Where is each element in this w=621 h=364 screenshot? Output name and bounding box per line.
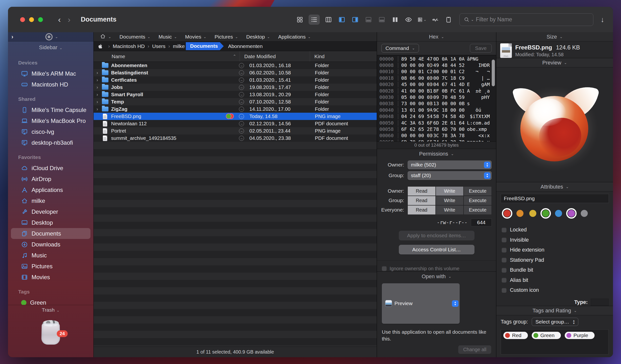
goto-arrow-icon[interactable]: → — [239, 78, 244, 83]
owner-execute-toggle[interactable]: Execute — [464, 186, 492, 196]
green-swatch[interactable] — [542, 210, 549, 217]
sidebar-item-pictures[interactable]: Pictures — [11, 261, 90, 272]
clipboard-button[interactable] — [444, 15, 453, 24]
tags-group-select[interactable]: Select group…▴▾ — [532, 318, 578, 326]
group-read-toggle[interactable]: Read — [408, 196, 436, 205]
drop-stack-toggle[interactable] — [377, 15, 386, 24]
sidebar-item-cisco-lvg[interactable]: cisco-lvg — [11, 126, 90, 137]
sidebar-item-music[interactable]: Music — [11, 250, 90, 261]
preview-header[interactable]: Preview⌄ — [496, 58, 613, 67]
stationery-pad-checkbox[interactable] — [502, 258, 506, 262]
left-panel-toggle[interactable] — [337, 15, 346, 24]
group-dropdown[interactable]: staff (20)▲▼ — [408, 171, 492, 180]
sidebar-expand-chevron[interactable]: › — [11, 33, 13, 40]
goto-arrow-icon[interactable]: → — [239, 92, 244, 97]
goto-arrow-icon[interactable]: → — [239, 63, 244, 68]
yellow-swatch[interactable] — [529, 210, 536, 217]
minimize-button[interactable] — [29, 17, 34, 22]
everyone-read-toggle[interactable]: Read — [408, 205, 436, 215]
gray-swatch[interactable] — [581, 210, 588, 217]
tag-chip-green[interactable]: Green — [532, 332, 561, 339]
apply-to-enclosed-button[interactable]: Apply to enclosed items… — [399, 231, 474, 240]
breadcrumb-macintosh-hd[interactable]: Macintosh HD — [113, 43, 145, 49]
home-icon[interactable] — [100, 33, 106, 40]
file-row[interactable]: ›Certficates→01.03.2020., 15.41Folder — [94, 76, 377, 84]
disclosure-chevron[interactable]: › — [94, 85, 101, 90]
sidebar-item-desktop-nb3aofi[interactable]: desktop-nb3aofi — [11, 137, 90, 148]
open-with-dropdown[interactable]: Preview ▲▼ — [382, 283, 460, 324]
change-all-button[interactable]: Change all — [458, 345, 491, 354]
file-row[interactable]: summit_archive_1492184535→04.05.2020., 2… — [94, 135, 377, 142]
sidebar-item-milke-home[interactable]: milke — [11, 195, 90, 206]
sidebar-item-documents[interactable]: Documents — [11, 228, 90, 239]
owner-write-toggle[interactable]: Write — [436, 186, 464, 196]
disclosure-chevron[interactable]: › — [94, 70, 101, 75]
access-control-list-button[interactable]: Access Control List… — [399, 245, 474, 254]
breadcrumb-abonnementen[interactable]: Abonnementen — [228, 43, 262, 49]
invisible-checkbox[interactable] — [502, 237, 506, 242]
file-row[interactable]: ›ZigZag→14.11.2020., 17.00Folder — [94, 105, 377, 113]
breadcrumb-documents-active[interactable]: Documents — [186, 42, 224, 50]
octal-permission-field[interactable]: 644 — [471, 219, 492, 226]
trash-header[interactable]: Trash ⌄ — [8, 307, 93, 313]
sidebar-item-applications[interactable]: Applications — [11, 184, 90, 195]
view-options-button[interactable]: ⌄ — [417, 15, 427, 24]
goto-arrow-icon[interactable]: → — [239, 136, 244, 141]
file-row[interactable]: ›Jobs→19.08.2019., 17.47Folder — [94, 84, 377, 91]
sidebar-header[interactable]: Sidebar ⌄ — [8, 41, 93, 52]
bottom-panel-toggle[interactable] — [364, 15, 373, 24]
filter-field[interactable]: ⌄ — [459, 13, 593, 26]
sidebar-item-tag-green[interactable]: Green — [11, 297, 90, 305]
command-dropdown[interactable]: Command⌄ — [381, 44, 419, 53]
attributes-header[interactable]: Attributes⌄ — [496, 182, 613, 191]
right-panel-toggle[interactable] — [350, 15, 360, 24]
disclosure-chevron[interactable]: › — [94, 99, 101, 104]
breadcrumb-users[interactable]: Users — [152, 43, 165, 49]
favbar-item-movies[interactable]: Movies⌄ — [185, 34, 206, 40]
favbar-item-documents[interactable]: Documents⌄ — [120, 34, 150, 40]
sidebar-item-time-capsule[interactable]: Milke's Time Capsule — [11, 104, 90, 115]
file-row[interactable]: ›Smart Payroll→13.08.2019., 20.29Folder — [94, 91, 377, 98]
hex-editor[interactable]: 0000089 50 4E 470D 0A 1A 0AâPNG 0000800 … — [377, 55, 496, 142]
file-row-selected[interactable]: FreeBSD.png→Today, 14.58PNG image — [94, 113, 377, 120]
blue-swatch[interactable] — [555, 210, 562, 217]
favbar-item-music[interactable]: Music⌄ — [159, 34, 177, 40]
ignore-ownership-checkbox[interactable] — [382, 266, 387, 271]
tag-chip-purple[interactable]: Purple — [565, 332, 595, 339]
owner-read-toggle[interactable]: Read — [408, 186, 436, 196]
trash-icon[interactable]: 24 — [40, 320, 61, 345]
goto-arrow-icon[interactable]: → — [239, 114, 244, 119]
tools-button[interactable] — [431, 15, 440, 24]
goto-arrow-icon[interactable]: → — [239, 107, 244, 112]
hide-extension-checkbox[interactable] — [502, 248, 506, 253]
apple-icon[interactable] — [98, 44, 103, 49]
owner-dropdown[interactable]: milke (502)▲▼ — [408, 160, 492, 169]
favbar-item-applications[interactable]: Applications⌄ — [278, 34, 311, 40]
sidebar-item-airdrop[interactable]: AirDrop — [11, 174, 90, 184]
disclosure-chevron[interactable]: › — [94, 92, 101, 97]
file-row[interactable]: Abonnementen→01.03.2020., 16.18Folder — [94, 62, 377, 69]
forward-button[interactable]: › — [64, 15, 74, 24]
group-write-toggle[interactable]: Write — [436, 196, 464, 205]
goto-arrow-icon[interactable]: → — [239, 70, 244, 75]
filter-input[interactable] — [476, 16, 589, 23]
permissions-header[interactable]: Permissions⌄ — [377, 149, 496, 159]
goto-arrow-icon[interactable]: → — [239, 85, 244, 90]
column-header-date-modified[interactable]: Date Modified — [240, 51, 310, 62]
sidebar-item-macintosh-hd[interactable]: Macintosh HD — [11, 79, 90, 90]
close-button[interactable] — [20, 17, 25, 22]
sidebar-item-arm-mac[interactable]: Milke's ARM Mac — [11, 68, 90, 79]
red-swatch[interactable] — [504, 210, 511, 217]
size-header[interactable]: Size⌄ — [496, 32, 613, 41]
everyone-write-toggle[interactable]: Write — [436, 205, 464, 215]
download-arrow-icon[interactable]: ↓ — [601, 16, 604, 24]
drop-stack-icon[interactable]: ⌄ — [45, 33, 58, 40]
column-view-button[interactable] — [324, 15, 333, 24]
filename-field[interactable] — [501, 194, 609, 203]
file-row[interactable]: ›Temp→07.10.2020., 12.58Folder — [94, 98, 377, 105]
goto-arrow-icon[interactable]: → — [239, 128, 244, 134]
disclosure-chevron[interactable]: › — [94, 107, 101, 112]
quick-look-button[interactable] — [404, 15, 413, 24]
custom-icon-checkbox[interactable] — [502, 288, 506, 293]
open-with-header[interactable]: Open with⌄ — [377, 272, 496, 281]
